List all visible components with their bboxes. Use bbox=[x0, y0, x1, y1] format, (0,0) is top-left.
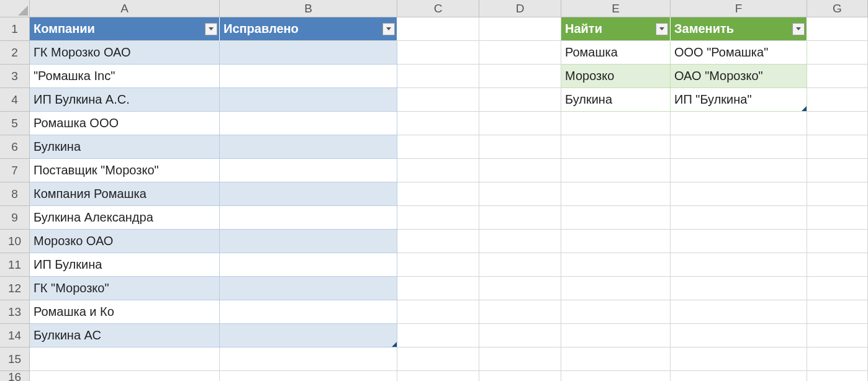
cell-G12[interactable] bbox=[807, 277, 868, 300]
cell-C13[interactable] bbox=[397, 300, 479, 324]
cell-A13[interactable]: Ромашка и Ко bbox=[30, 300, 220, 324]
cell-C16[interactable] bbox=[397, 371, 479, 381]
cell-B8[interactable] bbox=[220, 182, 397, 206]
col-header-E[interactable]: E bbox=[561, 0, 671, 17]
cell-F6[interactable] bbox=[671, 135, 807, 159]
cell-C5[interactable] bbox=[397, 112, 479, 135]
cell-B2[interactable] bbox=[220, 41, 397, 65]
cell-F12[interactable] bbox=[671, 277, 807, 300]
filter-button-fixed[interactable] bbox=[382, 23, 395, 35]
cell-A2[interactable]: ГК Морозко ОАО bbox=[30, 41, 220, 65]
cell-B14[interactable] bbox=[220, 324, 397, 347]
row-header-4[interactable]: 4 bbox=[0, 88, 30, 112]
row-header-10[interactable]: 10 bbox=[0, 230, 30, 253]
cell-A9[interactable]: Булкина Александра bbox=[30, 206, 220, 230]
cell-G2[interactable] bbox=[807, 41, 868, 65]
cell-E2[interactable]: Ромашка bbox=[561, 41, 671, 65]
cell-D4[interactable] bbox=[479, 88, 561, 112]
cell-E15[interactable] bbox=[561, 347, 671, 371]
cell-G8[interactable] bbox=[807, 182, 868, 206]
cell-A3[interactable]: "Ромашка Inc" bbox=[30, 65, 220, 88]
cell-B3[interactable] bbox=[220, 65, 397, 88]
cell-D13[interactable] bbox=[479, 300, 561, 324]
row-header-8[interactable]: 8 bbox=[0, 182, 30, 206]
row-header-11[interactable]: 11 bbox=[0, 253, 30, 277]
row-header-3[interactable]: 3 bbox=[0, 65, 30, 88]
cell-E9[interactable] bbox=[561, 206, 671, 230]
cell-A10[interactable]: Морозко ОАО bbox=[30, 230, 220, 253]
row-header-2[interactable]: 2 bbox=[0, 41, 30, 65]
filter-button-find[interactable] bbox=[656, 23, 668, 35]
filter-button-replace[interactable] bbox=[792, 23, 805, 35]
cell-B5[interactable] bbox=[220, 112, 397, 135]
cell-C11[interactable] bbox=[397, 253, 479, 277]
cell-E12[interactable] bbox=[561, 277, 671, 300]
cell-D1[interactable] bbox=[479, 17, 561, 41]
cell-F2[interactable]: ООО "Ромашка" bbox=[671, 41, 807, 65]
col-header-C[interactable]: C bbox=[397, 0, 479, 17]
filter-button-companies[interactable] bbox=[205, 23, 217, 35]
cell-E14[interactable] bbox=[561, 324, 671, 347]
cell-G15[interactable] bbox=[807, 347, 868, 371]
cell-D10[interactable] bbox=[479, 230, 561, 253]
cell-D7[interactable] bbox=[479, 159, 561, 182]
cell-E13[interactable] bbox=[561, 300, 671, 324]
cell-F7[interactable] bbox=[671, 159, 807, 182]
cell-G16[interactable] bbox=[807, 371, 868, 381]
cell-E16[interactable] bbox=[561, 371, 671, 381]
cell-G14[interactable] bbox=[807, 324, 868, 347]
cell-A8[interactable]: Компания Ромашка bbox=[30, 182, 220, 206]
row-header-12[interactable]: 12 bbox=[0, 277, 30, 300]
cell-G3[interactable] bbox=[807, 65, 868, 88]
cell-B10[interactable] bbox=[220, 230, 397, 253]
cell-E6[interactable] bbox=[561, 135, 671, 159]
cell-C7[interactable] bbox=[397, 159, 479, 182]
cell-B16[interactable] bbox=[220, 371, 397, 381]
cell-F9[interactable] bbox=[671, 206, 807, 230]
cell-D6[interactable] bbox=[479, 135, 561, 159]
col-header-D[interactable]: D bbox=[479, 0, 561, 17]
cell-D15[interactable] bbox=[479, 347, 561, 371]
cell-F3[interactable]: ОАО "Морозко" bbox=[671, 65, 807, 88]
cell-D3[interactable] bbox=[479, 65, 561, 88]
cell-C9[interactable] bbox=[397, 206, 479, 230]
cell-C8[interactable] bbox=[397, 182, 479, 206]
cell-F4[interactable]: ИП "Булкина" bbox=[671, 88, 807, 112]
cell-C3[interactable] bbox=[397, 65, 479, 88]
cell-E5[interactable] bbox=[561, 112, 671, 135]
row-header-6[interactable]: 6 bbox=[0, 135, 30, 159]
cell-C1[interactable] bbox=[397, 17, 479, 41]
cell-C4[interactable] bbox=[397, 88, 479, 112]
row-header-13[interactable]: 13 bbox=[0, 300, 30, 324]
cell-A11[interactable]: ИП Булкина bbox=[30, 253, 220, 277]
cell-D11[interactable] bbox=[479, 253, 561, 277]
cell-G7[interactable] bbox=[807, 159, 868, 182]
row-header-16[interactable]: 16 bbox=[0, 371, 30, 381]
cell-D5[interactable] bbox=[479, 112, 561, 135]
cell-E11[interactable] bbox=[561, 253, 671, 277]
cell-F8[interactable] bbox=[671, 182, 807, 206]
cell-B6[interactable] bbox=[220, 135, 397, 159]
select-all-corner[interactable] bbox=[0, 0, 30, 17]
cell-D16[interactable] bbox=[479, 371, 561, 381]
cell-A15[interactable] bbox=[30, 347, 220, 371]
cell-A16[interactable] bbox=[30, 371, 220, 381]
cell-G5[interactable] bbox=[807, 112, 868, 135]
row-header-15[interactable]: 15 bbox=[0, 347, 30, 371]
cell-B13[interactable] bbox=[220, 300, 397, 324]
cell-A5[interactable]: Ромашка ООО bbox=[30, 112, 220, 135]
row-header-7[interactable]: 7 bbox=[0, 159, 30, 182]
col-header-F[interactable]: F bbox=[671, 0, 807, 17]
cell-F13[interactable] bbox=[671, 300, 807, 324]
cell-G1[interactable] bbox=[807, 17, 868, 41]
cell-E7[interactable] bbox=[561, 159, 671, 182]
table-header-replace[interactable]: Заменить bbox=[671, 17, 807, 41]
cell-B15[interactable] bbox=[220, 347, 397, 371]
cell-A12[interactable]: ГК "Морозко" bbox=[30, 277, 220, 300]
table-header-fixed[interactable]: Исправлено bbox=[220, 17, 397, 41]
cell-G11[interactable] bbox=[807, 253, 868, 277]
row-header-5[interactable]: 5 bbox=[0, 112, 30, 135]
cell-F11[interactable] bbox=[671, 253, 807, 277]
cell-A4[interactable]: ИП Булкина А.С. bbox=[30, 88, 220, 112]
cell-G4[interactable] bbox=[807, 88, 868, 112]
